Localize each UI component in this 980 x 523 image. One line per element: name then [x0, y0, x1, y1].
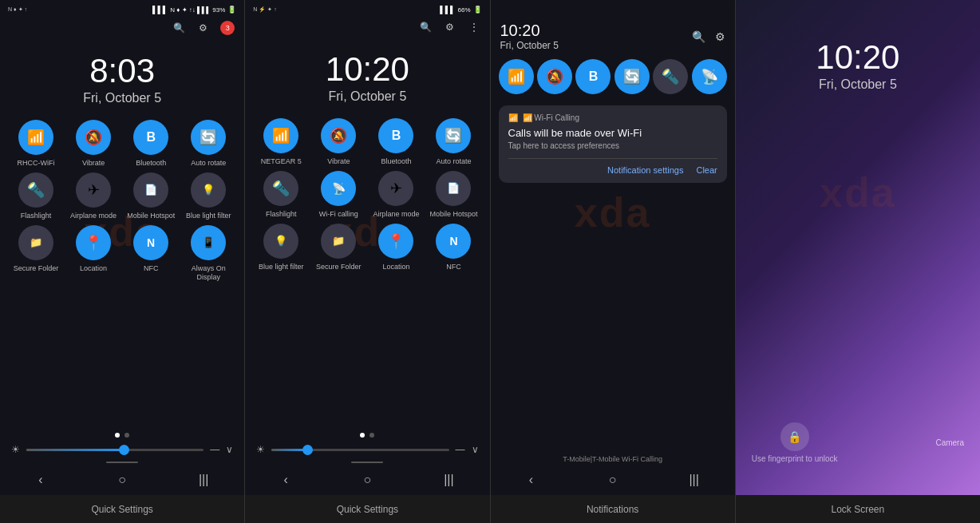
- brightness-high-icon-1: —: [210, 444, 219, 455]
- tile-rotate-1[interactable]: 🔄 Auto rotate: [182, 120, 235, 168]
- tile-nfc-1[interactable]: N NFC: [124, 225, 177, 282]
- home-button-2[interactable]: ○: [358, 473, 377, 487]
- tile-wificalling-2[interactable]: 📡 Wi-Fi calling: [312, 171, 365, 219]
- settings-icon-2[interactable]: ⚙: [444, 21, 456, 34]
- tile-nfc-2[interactable]: N NFC: [427, 224, 480, 271]
- ntile-vibrate[interactable]: 🔕: [537, 59, 572, 94]
- time-display-1: 8:03 Fri, October 5: [0, 38, 244, 113]
- tiles-grid-1: 📶 RHCC-WiFi 🔕 Vibrate B Bluetooth 🔄 Auto…: [0, 113, 244, 287]
- search-icon-3[interactable]: 🔍: [692, 30, 705, 43]
- time-1: 8:03: [0, 53, 244, 89]
- tile-securefolder-2[interactable]: 📁 Secure Folder: [312, 224, 365, 271]
- divider-1: [106, 462, 138, 463]
- notif-time-bar: 10:20 Fri, October 5 🔍 ⚙: [491, 15, 735, 54]
- home-button-1[interactable]: ○: [113, 473, 132, 487]
- tile-vibrate-2[interactable]: 🔕 Vibrate: [312, 118, 365, 166]
- tile-bluetooth-2[interactable]: B Bluetooth: [369, 118, 422, 166]
- time-2: 10:20: [245, 51, 489, 88]
- status-bar-1: N ♦ ✦ ↑ ▌▌▌ N ♦ ✦ ↑↓ ▌▌▌ 93% 🔋: [0, 0, 244, 18]
- rotate-label-2: Auto rotate: [436, 157, 471, 166]
- settings-icon-1[interactable]: ⚙: [196, 22, 209, 34]
- dot-2-2: [369, 433, 374, 438]
- airplane-label-1: Airplane mode: [70, 212, 117, 220]
- tile-rotate-2[interactable]: 🔄 Auto rotate: [427, 118, 480, 166]
- tile-airplane-2[interactable]: ✈ Airplane mode: [369, 171, 422, 219]
- notif-sub: Tap here to access preferences: [508, 141, 717, 150]
- notif-settings-btn[interactable]: Notification settings: [607, 165, 683, 175]
- notif-title: Calls will be made over Wi-Fi: [508, 127, 717, 139]
- notif-clear-btn[interactable]: Clear: [696, 165, 717, 175]
- airplane-icon-2: ✈: [378, 171, 413, 206]
- ntile-rotate[interactable]: 🔄: [614, 59, 650, 94]
- screen4-lock-screen: xda T-Mobile | T-Mobile Wi-Fi Calling N …: [736, 0, 980, 495]
- vibrate-label-1: Vibrate: [82, 159, 105, 168]
- tile-bluelight-1[interactable]: 💡 Blue light filter: [182, 172, 235, 220]
- brightness-expand-1[interactable]: ∨: [226, 444, 233, 455]
- brightness-thumb-2[interactable]: [302, 445, 313, 455]
- brightness-track-1[interactable]: [26, 449, 204, 451]
- tiles-grid-2: 📶 NETGEAR 5 🔕 Vibrate B Bluetooth 🔄 Auto…: [245, 112, 489, 277]
- lock-icon[interactable]: 🔒: [780, 422, 809, 451]
- search-icon-2[interactable]: 🔍: [420, 21, 433, 34]
- brightness-track-2[interactable]: [271, 449, 449, 451]
- wifi-calling-bar: T-Mobile|T-Mobile Wi-Fi Calling: [491, 452, 735, 466]
- ntile-wificalling[interactable]: 📡: [692, 59, 727, 94]
- screen3-notifications: xda T-Mobile | T-Mobile Wi-Fi Calling N …: [491, 0, 736, 495]
- notification-card: 📶 📶 Wi-Fi Calling Calls will be made ove…: [499, 105, 727, 183]
- rotate-label-1: Auto rotate: [191, 159, 226, 168]
- wificalling-icon-2: 📡: [321, 171, 356, 206]
- back-button-2[interactable]: ‹: [276, 473, 295, 487]
- more-icon-2[interactable]: ⋮: [468, 21, 480, 34]
- brightness-expand-2[interactable]: ∨: [472, 444, 479, 455]
- notif-actions: Notification settings Clear: [508, 158, 717, 175]
- tile-airplane-1[interactable]: ✈ Airplane mode: [67, 172, 120, 220]
- hotspot-label-2: Mobile Hotspot: [429, 210, 477, 219]
- tile-flashlight-1[interactable]: 🔦 Flashlight: [10, 172, 62, 220]
- wifi-icon-1: 📶: [18, 120, 53, 155]
- brightness-row-1[interactable]: ☀ — ∨: [0, 441, 244, 458]
- airplane-label-2: Airplane mode: [373, 210, 419, 219]
- tile-bluetooth-1[interactable]: B Bluetooth: [124, 120, 177, 168]
- nfc-label-2: NFC: [446, 263, 461, 271]
- status-left-1: N ♦ ✦ ↑: [8, 6, 27, 13]
- bluetooth-label-2: Bluetooth: [381, 157, 411, 166]
- ntile-flashlight[interactable]: 🔦: [653, 59, 688, 94]
- brightness-row-2[interactable]: ☀ — ∨: [245, 441, 489, 458]
- ntile-bluetooth[interactable]: B: [575, 59, 611, 94]
- status-right-1: ▌▌▌ N ♦ ✦ ↑↓ ▌▌▌ 93% 🔋: [152, 6, 236, 14]
- tile-vibrate-1[interactable]: 🔕 Vibrate: [67, 120, 120, 168]
- bluetooth-label-1: Bluetooth: [136, 159, 166, 168]
- tile-hotspot-2[interactable]: 📄 Mobile Hotspot: [427, 171, 480, 219]
- recents-button-1[interactable]: |||: [194, 473, 213, 487]
- search-icon-1[interactable]: 🔍: [172, 22, 185, 34]
- dot-2-1: [124, 433, 129, 438]
- top-bar-1: 🔍 ⚙ 3: [0, 18, 244, 38]
- ntile-wifi[interactable]: 📶: [499, 59, 534, 94]
- tile-bluelight-2[interactable]: 💡 Blue light filter: [255, 224, 307, 271]
- settings-icon-3[interactable]: ⚙: [715, 30, 725, 43]
- wifi-icon-2: 📶: [263, 118, 298, 153]
- tile-hotspot-1[interactable]: 📄 Mobile Hotspot: [124, 172, 177, 220]
- securefolder-icon-2: 📁: [321, 224, 356, 259]
- tile-location-1[interactable]: 📍 Location: [67, 225, 120, 282]
- recents-button-3[interactable]: |||: [685, 473, 704, 487]
- brightness-low-icon-1: ☀: [11, 444, 20, 455]
- notif-tiles-row: 📶 🔕 B 🔄 🔦 📡: [491, 54, 735, 99]
- home-button-3[interactable]: ○: [603, 473, 622, 487]
- tile-securefolder-1[interactable]: 📁 Secure Folder: [10, 225, 62, 282]
- recents-button-2[interactable]: |||: [439, 473, 458, 487]
- wifi-label-1: RHCC-WiFi: [18, 159, 55, 168]
- screen3-bottom: T-Mobile|T-Mobile Wi-Fi Calling ‹ ○ |||: [491, 452, 735, 495]
- tile-aod-1[interactable]: 📱 Always On Display: [182, 225, 235, 282]
- camera-label[interactable]: Camera: [935, 438, 964, 447]
- tile-wifi-2[interactable]: 📶 NETGEAR 5: [255, 118, 307, 166]
- tile-wifi-1[interactable]: 📶 RHCC-WiFi: [10, 120, 62, 168]
- back-button-1[interactable]: ‹: [31, 473, 50, 487]
- tile-flashlight-2[interactable]: 🔦 Flashlight: [255, 171, 307, 219]
- vibrate-label-2: Vibrate: [327, 157, 350, 166]
- notif-header-icon: 📶: [508, 113, 518, 122]
- back-button-3[interactable]: ‹: [522, 473, 541, 487]
- tile-location-2[interactable]: 📍 Location: [369, 224, 422, 271]
- brightness-thumb-1[interactable]: [119, 445, 129, 455]
- notification-badge-1[interactable]: 3: [220, 21, 235, 35]
